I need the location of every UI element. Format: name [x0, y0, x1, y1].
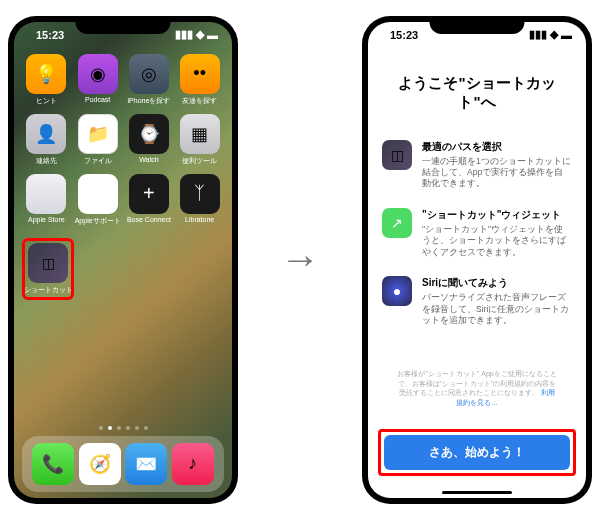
- iphone-right: 15:23 ▮▮▮ ◆ ▬ ようこそ"ショートカット"へ ◫ 最適のパスを選択 …: [362, 16, 592, 504]
- app-apple-support[interactable]: Appleサポート: [75, 174, 121, 226]
- feature-path: ◫ 最適のパスを選択 一連の手順を1つのショートカットに結合して、Appで実行す…: [382, 140, 572, 190]
- shortcuts-icon: ◫: [382, 140, 412, 170]
- app-watch[interactable]: ⌚Watch: [127, 114, 172, 166]
- dock-safari[interactable]: 🧭: [79, 443, 121, 485]
- feature-desc: "ショートカット"ウィジェットを使うと、ショートカットをさらにすばやくアクセスで…: [422, 224, 572, 258]
- start-button[interactable]: さあ、始めよう！: [384, 435, 570, 470]
- feature-desc: パーソナライズされた音声フレーズを録音して、Siriに任意のショートカットを追加…: [422, 292, 572, 326]
- battery-icon: ▬: [561, 29, 572, 41]
- app-bose[interactable]: +Bose Connect: [127, 174, 172, 226]
- app-tools[interactable]: ▦便利ツール: [177, 114, 222, 166]
- feature-title: Siriに聞いてみよう: [422, 276, 572, 290]
- wifi-icon: ◆: [196, 28, 204, 41]
- contacts-icon: 👤: [26, 114, 66, 154]
- iphone-left: 15:23 ▮▮▮ ◆ ▬ 💡ヒント ◉Podcast ◎iPhoneを探す •…: [8, 16, 238, 504]
- podcast-icon: ◉: [78, 54, 118, 94]
- dot: [135, 426, 139, 430]
- dot-active: [108, 426, 112, 430]
- support-icon: [78, 174, 118, 214]
- app-shortcuts[interactable]: ◫ ショートカット: [27, 243, 69, 295]
- dock-music[interactable]: ♪: [172, 443, 214, 485]
- wifi-icon: ◆: [550, 28, 558, 41]
- app-find-friends[interactable]: ••友達を探す: [177, 54, 222, 106]
- shortcuts-icon: ◫: [28, 243, 68, 283]
- dot: [99, 426, 103, 430]
- battery-icon: ▬: [207, 29, 218, 41]
- dock-phone[interactable]: 📞: [32, 443, 74, 485]
- dock-mail[interactable]: ✉️: [125, 443, 167, 485]
- home-screen: 15:23 ▮▮▮ ◆ ▬ 💡ヒント ◉Podcast ◎iPhoneを探す •…: [14, 22, 232, 498]
- feature-title: 最適のパスを選択: [422, 140, 572, 154]
- dot: [144, 426, 148, 430]
- terms-text: お客様が"ショートカット" Appをご使用になることで、お客様は"ショートカット…: [382, 369, 572, 408]
- watch-icon: ⌚: [129, 114, 169, 154]
- app-files[interactable]: 📁ファイル: [75, 114, 121, 166]
- notch: [430, 16, 525, 34]
- highlight-shortcuts-app: ◫ ショートカット: [22, 238, 74, 300]
- app-tips[interactable]: 💡ヒント: [24, 54, 69, 106]
- files-icon: 📁: [78, 114, 118, 154]
- status-icons: ▮▮▮ ◆ ▬: [529, 28, 572, 41]
- arrow-icon: →: [280, 237, 320, 282]
- dock: 📞 🧭 ✉️ ♪: [22, 436, 224, 492]
- highlight-cta: さあ、始めよう！: [378, 429, 576, 476]
- app-podcast[interactable]: ◉Podcast: [75, 54, 121, 106]
- page-dots[interactable]: [14, 426, 232, 430]
- app-libratone[interactable]: ᛉLibratone: [177, 174, 222, 226]
- notch: [76, 16, 171, 34]
- welcome-title: ようこそ"ショートカット"へ: [382, 74, 572, 112]
- libratone-icon: ᛉ: [180, 174, 220, 214]
- signal-icon: ▮▮▮: [175, 28, 193, 41]
- dot: [117, 426, 121, 430]
- signal-icon: ▮▮▮: [529, 28, 547, 41]
- app-contacts[interactable]: 👤連絡先: [24, 114, 69, 166]
- friends-icon: ••: [180, 54, 220, 94]
- status-time: 15:23: [390, 29, 418, 41]
- feature-title: "ショートカット"ウィジェット: [422, 208, 572, 222]
- findphone-icon: ◎: [129, 54, 169, 94]
- welcome-screen: 15:23 ▮▮▮ ◆ ▬ ようこそ"ショートカット"へ ◫ 最適のパスを選択 …: [368, 22, 586, 498]
- siri-icon: ●: [382, 276, 412, 306]
- tips-icon: 💡: [26, 54, 66, 94]
- bose-icon: +: [129, 174, 169, 214]
- dot: [126, 426, 130, 430]
- feature-widget: ↗ "ショートカット"ウィジェット "ショートカット"ウィジェットを使うと、ショ…: [382, 208, 572, 258]
- welcome-content: ようこそ"ショートカット"へ ◫ 最適のパスを選択 一連の手順を1つのショートカ…: [368, 44, 586, 408]
- app-find-iphone[interactable]: ◎iPhoneを探す: [127, 54, 172, 106]
- status-icons: ▮▮▮ ◆ ▬: [175, 28, 218, 41]
- cta-wrap: さあ、始めよう！: [378, 429, 576, 476]
- feature-siri: ● Siriに聞いてみよう パーソナライズされた音声フレーズを録音して、Siri…: [382, 276, 572, 326]
- tools-folder-icon: ▦: [180, 114, 220, 154]
- widget-icon: ↗: [382, 208, 412, 238]
- home-indicator[interactable]: [442, 491, 512, 494]
- app-grid: 💡ヒント ◉Podcast ◎iPhoneを探す ••友達を探す 👤連絡先 📁フ…: [14, 44, 232, 226]
- status-time: 15:23: [36, 29, 64, 41]
- feature-desc: 一連の手順を1つのショートカットに結合して、Appで実行する操作を自動化できます…: [422, 156, 572, 190]
- app-apple-store[interactable]: Apple Store: [24, 174, 69, 226]
- appstore-icon: [26, 174, 66, 214]
